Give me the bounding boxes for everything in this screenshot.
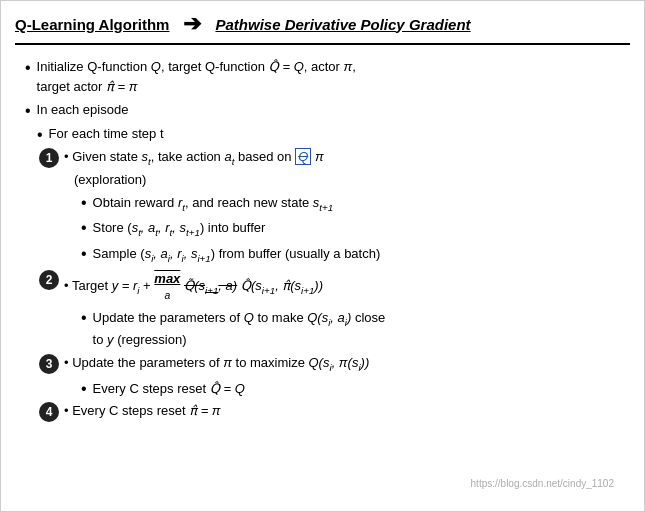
step-number-1: 1 [39,148,59,168]
item-text: Sample (si, ai, ri, si+1) from buffer (u… [93,244,381,266]
list-item: • In each episode [21,100,630,120]
content: • Initialize Q-function Q, target Q-func… [15,57,630,422]
bullet-dot: • [25,58,31,77]
arrow-icon: ➔ [183,11,201,37]
bullet-dot: • [81,193,87,212]
item-text: For each time step t [49,124,164,144]
list-item: • Sample (si, ai, ri, si+1) from buffer … [21,244,630,266]
item-text: Initialize Q-function Q, target Q-functi… [37,57,356,96]
header: Q-Learning Algorithm ➔ Pathwise Derivati… [15,11,630,45]
bullet-dot: • [81,244,87,263]
step-3-text: • Update the parameters of π to maximize… [64,353,630,375]
step-number-2: 2 [39,270,59,290]
header-left: Q-Learning Algorithm [15,16,169,33]
bullet-dot: • [81,308,87,327]
watermark: https://blog.csdn.net/cindy_1102 [471,478,614,489]
list-item: • For each time step t [21,124,630,144]
bullet-dot: • [81,379,87,398]
header-right: Pathwise Derivative Policy Gradient [215,16,470,33]
step-2-text: • Target y = ri + max a Q̃(si+1, a) Q̂(s… [64,269,630,304]
numbered-item-3: 3 • Update the parameters of π to maximi… [21,353,630,375]
item-text: In each episode [37,100,129,120]
item-text: Update the parameters of Q to make Q(si,… [93,308,386,350]
bullet-dot: • [81,218,87,237]
step-number-3: 3 [39,354,59,374]
list-item: • Store (st, at, rt, st+1) into buffer [21,218,630,240]
numbered-item-2: 2 • Target y = ri + max a Q̃(si+1, a) Q̂… [21,269,630,304]
list-item: • Every C steps reset Q̂ = Q [21,379,630,399]
step-number-4: 4 [39,402,59,422]
numbered-item-4: 4 • Every C steps reset π̂ = π [21,401,630,422]
list-item: • Initialize Q-function Q, target Q-func… [21,57,630,96]
item-text: Store (st, at, rt, st+1) into buffer [93,218,266,240]
list-item: • Update the parameters of Q to make Q(s… [21,308,630,350]
item-text: Obtain reward rt, and reach new state st… [93,193,334,215]
list-item: • Obtain reward rt, and reach new state … [21,193,630,215]
item-text: Every C steps reset Q̂ = Q [93,379,245,399]
numbered-item-1: 1 • Given state st, take action at based… [21,147,630,189]
step-1-text: • Given state st, take action at based o… [64,147,630,189]
bullet-dot: • [37,125,43,144]
step-4-text: • Every C steps reset π̂ = π [64,401,630,421]
bullet-dot: • [25,101,31,120]
